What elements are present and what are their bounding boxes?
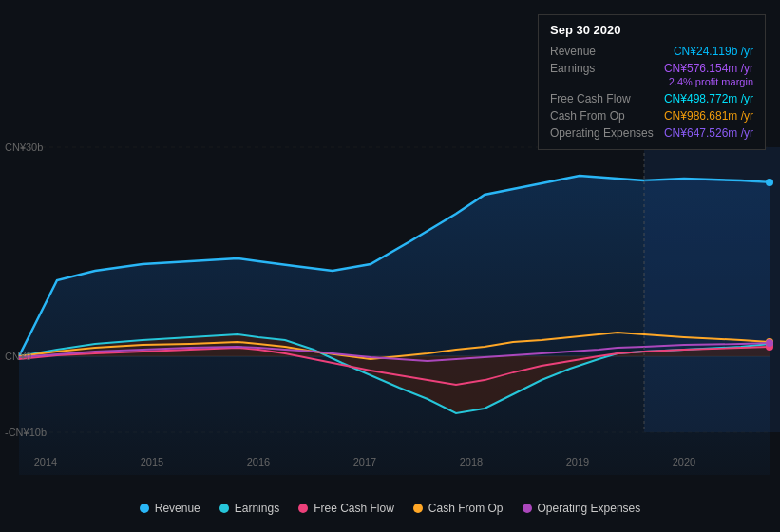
tooltip-value-opex: CN¥647.526m /yr	[664, 126, 753, 140]
chart-legend: Revenue Earnings Free Cash Flow Cash Fro…	[0, 502, 780, 515]
svg-text:2014: 2014	[34, 456, 57, 467]
legend-item-earnings: Earnings	[219, 502, 279, 515]
svg-point-20	[766, 339, 773, 347]
legend-dot-opex	[523, 504, 532, 513]
tooltip-row-opex: Operating Expenses CN¥647.526m /yr	[550, 124, 753, 142]
legend-label-revenue: Revenue	[155, 502, 200, 515]
legend-label-cashop: Cash From Op	[428, 502, 504, 515]
legend-label-fcf: Free Cash Flow	[314, 502, 394, 515]
tooltip-label-fcf: Free Cash Flow	[550, 92, 631, 105]
tooltip-value-earnings: CN¥576.154m /yr 2.4% profit margin	[664, 62, 753, 88]
tooltip-title: Sep 30 2020	[550, 23, 753, 37]
svg-text:2018: 2018	[460, 456, 483, 467]
legend-item-fcf: Free Cash Flow	[298, 502, 394, 515]
legend-dot-revenue	[140, 504, 149, 513]
tooltip-row-cashop: Cash From Op CN¥986.681m /yr	[550, 107, 753, 124]
tooltip-panel: Sep 30 2020 Revenue CN¥24.119b /yr Earni…	[538, 14, 766, 150]
svg-text:2017: 2017	[353, 456, 376, 467]
tooltip-value-revenue: CN¥24.119b /yr	[674, 45, 753, 58]
legend-dot-cashop	[413, 504, 423, 513]
svg-text:CN¥0: CN¥0	[5, 351, 31, 362]
svg-text:CN¥30b: CN¥30b	[5, 142, 43, 153]
svg-text:2019: 2019	[566, 456, 589, 467]
legend-item-opex: Operating Expenses	[523, 502, 641, 515]
tooltip-value-fcf: CN¥498.772m /yr	[664, 92, 753, 105]
tooltip-label-revenue: Revenue	[550, 45, 596, 58]
tooltip-row-fcf: Free Cash Flow CN¥498.772m /yr	[550, 90, 753, 107]
legend-item-revenue: Revenue	[140, 502, 200, 515]
svg-text:2015: 2015	[141, 456, 163, 467]
svg-text:-CN¥10b: -CN¥10b	[5, 427, 47, 438]
legend-label-earnings: Earnings	[235, 502, 279, 515]
legend-dot-earnings	[219, 504, 229, 513]
tooltip-value-cashop: CN¥986.681m /yr	[664, 109, 753, 123]
tooltip-label-earnings: Earnings	[550, 62, 595, 75]
svg-point-16	[766, 179, 773, 186]
tooltip-label-opex: Operating Expenses	[550, 126, 654, 140]
chart-container: Sep 30 2020 Revenue CN¥24.119b /yr Earni…	[0, 0, 780, 532]
svg-text:2020: 2020	[673, 456, 695, 467]
svg-text:2016: 2016	[247, 456, 270, 467]
tooltip-label-cashop: Cash From Op	[550, 109, 625, 123]
tooltip-row-revenue: Revenue CN¥24.119b /yr	[550, 43, 753, 60]
legend-dot-fcf	[298, 504, 308, 513]
legend-label-opex: Operating Expenses	[538, 502, 641, 515]
legend-item-cashop: Cash From Op	[413, 502, 504, 515]
tooltip-row-earnings: Earnings CN¥576.154m /yr 2.4% profit mar…	[550, 60, 753, 90]
